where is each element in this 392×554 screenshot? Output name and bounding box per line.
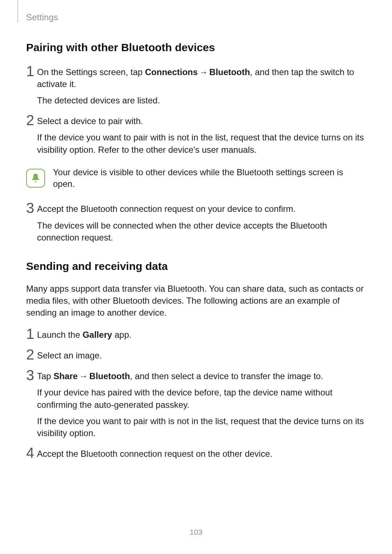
step-number: 3: [26, 201, 37, 215]
text-frag: app.: [112, 330, 131, 340]
step-number: 1: [26, 327, 37, 341]
page-number: 103: [0, 528, 392, 537]
step: 1 Launch the Gallery app.: [26, 327, 366, 345]
text-frag: On the Settings screen, tap: [37, 67, 145, 77]
step-body: On the Settings screen, tap Connections→…: [37, 64, 366, 111]
step-text: The detected devices are listed.: [37, 94, 366, 106]
step-text: Select a device to pair with.: [37, 115, 366, 127]
step: 3 Accept the Bluetooth connection reques…: [26, 201, 366, 247]
header-section-label: Settings: [26, 12, 58, 22]
step-text: The devices will be connected when the o…: [37, 219, 366, 243]
step-text: If the device you want to pair with is n…: [37, 131, 366, 155]
bell-icon: [26, 169, 45, 188]
step-text: If the device you want to pair with is n…: [37, 415, 366, 439]
step-body: Select a device to pair with. If the dev…: [37, 113, 366, 160]
step-text: Accept the Bluetooth connection request …: [37, 203, 366, 215]
arrow-icon: →: [78, 371, 89, 381]
step-number: 4: [26, 446, 37, 460]
intro-paragraph: Many apps support data transfer via Blue…: [26, 283, 366, 319]
step-number: 3: [26, 368, 37, 382]
note-text: Your device is visible to other devices …: [53, 167, 366, 190]
step-body: Launch the Gallery app.: [37, 327, 366, 345]
step: 2 Select an image.: [26, 347, 366, 366]
text-frag: Launch the: [37, 330, 82, 340]
note-callout: Your device is visible to other devices …: [26, 167, 366, 190]
step-text: Tap Share→Bluetooth, and then select a d…: [37, 370, 366, 382]
step-body: Accept the Bluetooth connection request …: [37, 446, 366, 464]
bold-text: Connections: [145, 67, 198, 77]
step-text: On the Settings screen, tap Connections→…: [37, 66, 366, 90]
step-text: Launch the Gallery app.: [37, 329, 366, 341]
section-title-pairing: Pairing with other Bluetooth devices: [26, 41, 366, 54]
section-title-sending: Sending and receiving data: [26, 260, 366, 272]
step-number: 2: [26, 347, 37, 362]
step: 1 On the Settings screen, tap Connection…: [26, 64, 366, 111]
step: 2 Select a device to pair with. If the d…: [26, 113, 366, 160]
bold-text: Share: [53, 371, 78, 381]
step-body: Tap Share→Bluetooth, and then select a d…: [37, 368, 366, 443]
step: 4 Accept the Bluetooth connection reques…: [26, 446, 366, 464]
step-text: If your device has paired with the devic…: [37, 386, 366, 410]
bold-text: Gallery: [82, 330, 112, 340]
step-number: 1: [26, 64, 37, 78]
step-text: Accept the Bluetooth connection request …: [37, 448, 366, 460]
header-rule: [17, 0, 18, 22]
text-frag: , and then select a device to transfer t…: [130, 371, 323, 381]
bold-text: Bluetooth: [209, 67, 250, 77]
arrow-icon: →: [198, 67, 209, 77]
step-number: 2: [26, 113, 37, 127]
text-frag: Tap: [37, 371, 53, 381]
step: 3 Tap Share→Bluetooth, and then select a…: [26, 368, 366, 443]
step-body: Accept the Bluetooth connection request …: [37, 201, 366, 247]
bold-text: Bluetooth: [89, 371, 130, 381]
step-text: Select an image.: [37, 349, 366, 361]
step-body: Select an image.: [37, 347, 366, 366]
